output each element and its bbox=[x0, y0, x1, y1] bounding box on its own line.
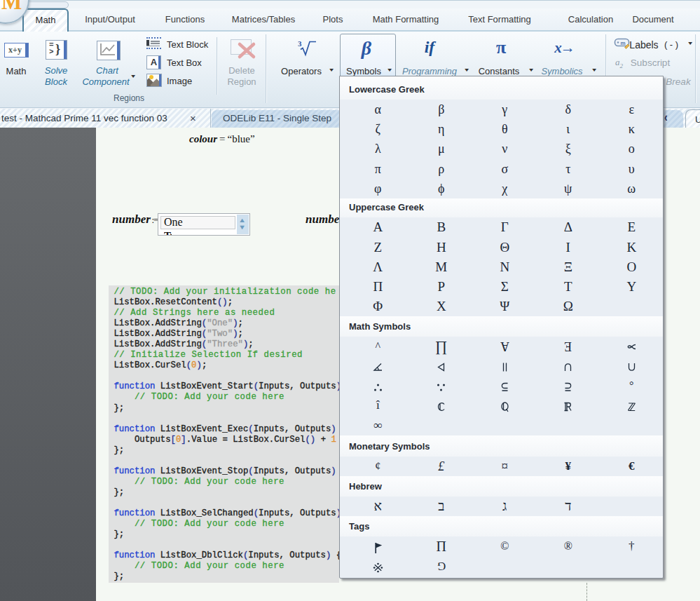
svg-text:m: m bbox=[621, 40, 626, 46]
svg-text:3: 3 bbox=[298, 39, 302, 48]
